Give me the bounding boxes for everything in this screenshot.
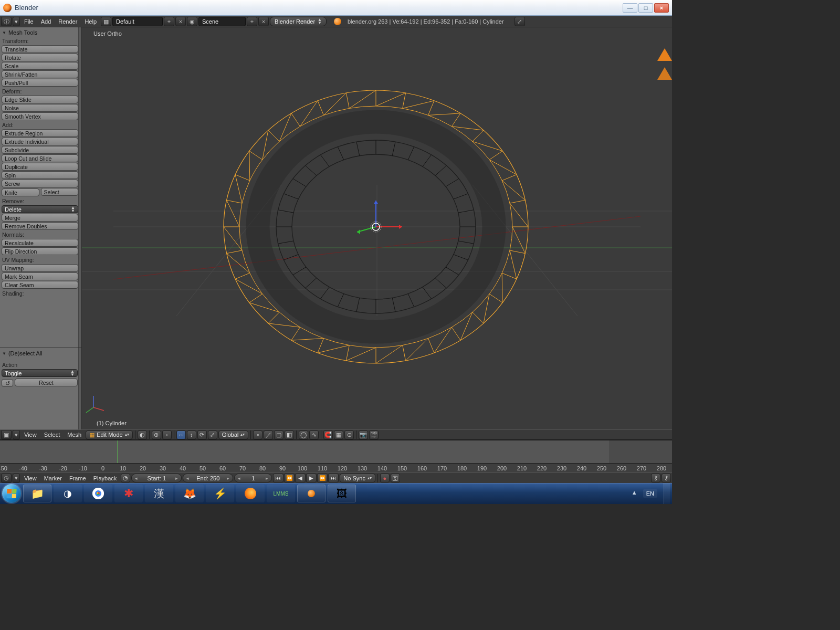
jump-to-end-button[interactable]: ⏭ (328, 474, 339, 482)
task-gimp[interactable]: 🦊 (175, 485, 204, 502)
mode-dropdown[interactable]: ▦ Edit Mode ▴▾ (86, 430, 133, 439)
task-steam[interactable]: ◑ (54, 485, 82, 502)
menu-select[interactable]: Select (41, 430, 64, 439)
opengl-render-anim-button[interactable]: 🎬 (369, 430, 379, 439)
shrink-fatten-button[interactable]: Shrink/Fatten (2, 70, 78, 78)
sync-dropdown[interactable]: No Sync ▴▾ (340, 474, 375, 482)
menu-mesh[interactable]: Mesh (64, 430, 85, 439)
pivot-dropdown[interactable]: ⊕ (152, 430, 161, 439)
keyframe-next-button[interactable]: ⏩ (317, 474, 328, 482)
rotate-button[interactable]: Rotate (2, 54, 78, 61)
face-select-button[interactable]: ▢ (274, 430, 284, 439)
task-app-red[interactable]: ✱ (114, 485, 143, 502)
jump-to-start-button[interactable]: ⏮ (273, 474, 284, 482)
current-frame-field[interactable]: ◂1▸ (234, 474, 272, 482)
merge-button[interactable]: Merge (2, 214, 78, 222)
proportional-editing-button[interactable]: ◯ (299, 430, 308, 439)
snap-element-button[interactable]: ▦ (334, 430, 343, 439)
knife-button[interactable]: Knife (2, 188, 39, 196)
use-preview-range-button[interactable]: ◔ (121, 474, 130, 482)
task-blender[interactable] (297, 485, 326, 502)
extrude-individual-button[interactable]: Extrude Individual (2, 138, 78, 145)
window-maximize-button[interactable]: □ (638, 3, 653, 13)
keying-set-add-button[interactable]: ⚷ (651, 474, 660, 482)
auto-keyframe-button[interactable]: ● (380, 474, 390, 482)
opengl-render-button[interactable]: 📷 (359, 430, 368, 439)
occlude-geometry-button[interactable]: ◧ (285, 430, 294, 439)
viewport-shading-button[interactable]: ◐ (138, 430, 147, 439)
loop-cut-button[interactable]: Loop Cut and Slide (2, 154, 78, 162)
extrude-region-button[interactable]: Extrude Region (2, 129, 78, 137)
header-dropdown-icon[interactable]: ▾ (13, 474, 20, 483)
end-frame-field[interactable]: ◂End: 250▸ (183, 474, 233, 482)
push-pull-button[interactable]: Push/Pull (2, 79, 78, 87)
menu-add[interactable]: Add (38, 17, 55, 26)
scene-add-button[interactable]: + (247, 17, 257, 26)
unwrap-button[interactable]: Unwrap (2, 264, 78, 272)
manipulator-scale[interactable]: ⤢ (208, 430, 217, 439)
task-app-kanji[interactable]: 漢 (145, 485, 173, 502)
mark-seam-button[interactable]: Mark Seam (2, 272, 78, 280)
remove-doubles-button[interactable]: Remove Doubles (2, 222, 78, 230)
smooth-vertex-button[interactable]: Smooth Vertex (2, 112, 78, 120)
timeline-channels[interactable] (0, 440, 672, 463)
scene-delete-button[interactable]: × (258, 17, 269, 26)
timeline-ruler[interactable]: -50-40-30-20-100102030405060708090100110… (0, 463, 672, 472)
vertex-select-button[interactable]: • (253, 430, 262, 439)
operator-action-dropdown[interactable]: Toggle ▲▼ (2, 369, 78, 377)
language-indicator[interactable]: EN (643, 489, 657, 498)
render-engine-dropdown[interactable]: Blender Render ▲▼ (270, 17, 327, 26)
duplicate-button[interactable]: Duplicate (2, 163, 78, 171)
scene-name-field[interactable]: Scene (198, 17, 246, 26)
menu-playback[interactable]: Playback (90, 474, 120, 482)
header-dropdown-icon[interactable]: ▾ (13, 430, 20, 439)
timeline-playhead-icon[interactable] (118, 440, 118, 463)
task-lmms[interactable]: LMMS (267, 485, 295, 502)
operator-preset-button[interactable]: ↺ (2, 379, 13, 387)
recalculate-button[interactable]: Recalculate (2, 239, 78, 247)
menu-render[interactable]: Render (55, 17, 80, 26)
screen-add-button[interactable]: + (164, 17, 174, 26)
manipulator-translate[interactable]: ↕ (187, 430, 196, 439)
task-explorer[interactable]: 📁 (23, 485, 51, 502)
header-dropdown-icon[interactable]: ▾ (13, 17, 20, 26)
3d-viewport[interactable]: User Ortho (1) Cylinder (82, 27, 672, 429)
task-photo-viewer[interactable]: 🖼 (328, 485, 356, 502)
menu-help[interactable]: Help (81, 17, 100, 26)
clear-seam-button[interactable]: Clear Seam (2, 281, 78, 289)
screw-button[interactable]: Screw (2, 180, 78, 187)
menu-file[interactable]: File (21, 17, 37, 26)
screen-delete-button[interactable]: × (175, 17, 186, 26)
pivot-individual-button[interactable]: ◦ (162, 430, 172, 439)
screen-browse-icon[interactable]: ▦ (101, 17, 111, 26)
show-desktop-button[interactable] (664, 483, 670, 504)
play-reverse-button[interactable]: ◀ (295, 474, 306, 482)
window-close-button[interactable]: × (654, 3, 669, 13)
edge-slide-button[interactable]: Edge Slide (2, 96, 78, 103)
editor-type-info-icon[interactable]: ⓘ (1, 17, 12, 26)
manipulator-rotate[interactable]: ⟳ (197, 430, 207, 439)
play-button[interactable]: ▶ (306, 474, 317, 482)
scale-button[interactable]: Scale (2, 62, 78, 70)
spin-button[interactable]: Spin (2, 171, 78, 179)
operator-reset-button[interactable]: Reset (15, 379, 78, 386)
back-to-previous-button[interactable]: ⤢ (514, 17, 525, 26)
noise-button[interactable]: Noise (2, 104, 78, 112)
start-frame-field[interactable]: ◂Start: 1▸ (131, 474, 182, 482)
screen-layout-field[interactable]: Default (112, 17, 163, 26)
delete-dropdown[interactable]: Delete ▲▼ (2, 205, 78, 213)
task-chrome[interactable] (84, 485, 112, 502)
editor-type-view3d-icon[interactable]: ▣ (1, 430, 12, 439)
tray-up-arrow-icon[interactable]: ▲ (632, 489, 640, 498)
translate-button[interactable]: Translate (2, 45, 78, 53)
edge-select-button[interactable]: ／ (264, 430, 273, 439)
transform-orientation-dropdown[interactable]: Global ▴▾ (218, 430, 249, 439)
operator-panel-header[interactable]: (De)select All (1, 349, 78, 358)
menu-view[interactable]: View (21, 430, 40, 439)
keying-set-remove-button[interactable]: ⚷ (662, 474, 671, 482)
task-winamp[interactable]: ⚡ (206, 485, 234, 502)
flip-direction-button[interactable]: Flip Direction (2, 247, 78, 255)
snap-toggle[interactable]: 🧲 (323, 430, 333, 439)
proportional-falloff-button[interactable]: ∿ (309, 430, 319, 439)
tool-panel-header[interactable]: Mesh Tools (1, 28, 79, 37)
